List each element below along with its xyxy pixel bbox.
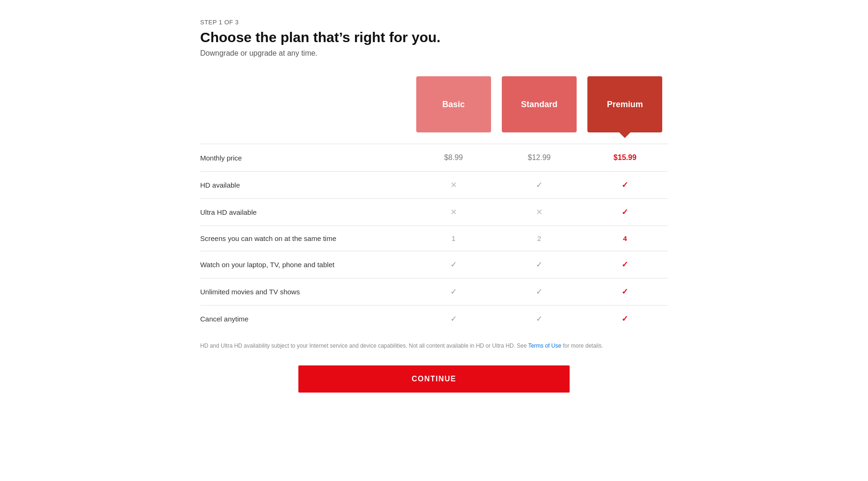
feature-row-4: Unlimited movies and TV shows✓✓✓ [200, 278, 668, 306]
feature-value-3-1: ✓ [496, 251, 582, 278]
feature-value-0-0: ✕ [411, 172, 496, 199]
check-icon: ✓ [622, 314, 628, 323]
feature-value-5-2: ✓ [582, 306, 668, 333]
feature-row-5: Cancel anytime✓✓✓ [200, 306, 668, 333]
feature-label-0: HD available [200, 172, 411, 199]
plan-col-premium[interactable]: Premium [582, 76, 668, 144]
feature-value-4-1: ✓ [496, 278, 582, 306]
price-row: Monthly price$8.99$12.99$15.99 [200, 144, 668, 172]
feature-label-2: Screens you can watch on at the same tim… [200, 226, 411, 251]
feature-row-2: Screens you can watch on at the same tim… [200, 226, 668, 251]
feature-value-4-2: ✓ [582, 278, 668, 306]
price-value-2: $15.99 [582, 144, 668, 172]
feature-value-1-1: ✕ [496, 199, 582, 226]
check-icon: ✓ [622, 260, 628, 269]
feature-value-5-0: ✓ [411, 306, 496, 333]
feature-value-2-1: 2 [496, 226, 582, 251]
terms-of-use-link[interactable]: Terms of Use [528, 343, 561, 349]
check-icon: ✓ [536, 260, 542, 269]
page-title: Choose the plan that’s right for you. [200, 29, 668, 45]
check-icon: ✓ [536, 287, 542, 296]
feature-value-2-0: 1 [411, 226, 496, 251]
plan-name-basic: Basic [442, 100, 465, 109]
check-icon: ✓ [450, 287, 457, 296]
feature-value-0-1: ✓ [496, 172, 582, 199]
feature-value-1-0: ✕ [411, 199, 496, 226]
feature-value-0-2: ✓ [582, 172, 668, 199]
cross-icon: ✕ [450, 181, 457, 189]
feature-value-1-2: ✓ [582, 199, 668, 226]
feature-value-2-2: 4 [582, 226, 668, 251]
plan-card-basic[interactable]: Basic [416, 76, 491, 132]
feature-row-1: Ultra HD available✕✕✓ [200, 199, 668, 226]
disclaimer: HD and Ultra HD availability subject to … [200, 342, 649, 350]
price-value-1: $12.99 [496, 144, 582, 172]
price-label: Monthly price [200, 144, 411, 172]
plan-table: Basic Standard Premium Monthly price$8.9… [200, 76, 668, 332]
cross-icon: ✕ [450, 208, 457, 217]
plan-card-standard[interactable]: Standard [502, 76, 577, 132]
check-icon: ✓ [536, 181, 542, 189]
feature-value-3-2: ✓ [582, 251, 668, 278]
plan-name-premium: Premium [607, 100, 643, 109]
feature-value-5-1: ✓ [496, 306, 582, 333]
disclaimer-text-after: for more details. [561, 343, 603, 349]
continue-button[interactable]: CONTINUE [298, 365, 570, 393]
plan-col-standard[interactable]: Standard [496, 76, 582, 144]
feature-label-1: Ultra HD available [200, 199, 411, 226]
check-icon: ✓ [622, 181, 628, 189]
price-value-0: $8.99 [411, 144, 496, 172]
cross-icon: ✕ [536, 208, 542, 217]
continue-button-wrapper: CONTINUE [200, 365, 668, 393]
check-icon: ✓ [536, 314, 542, 323]
page-subtitle: Downgrade or upgrade at any time. [200, 49, 668, 58]
plan-card-premium[interactable]: Premium [587, 76, 662, 132]
feature-label-3: Watch on your laptop, TV, phone and tabl… [200, 251, 411, 278]
plan-col-basic[interactable]: Basic [411, 76, 496, 144]
check-icon: ✓ [622, 287, 628, 296]
feature-label-5: Cancel anytime [200, 306, 411, 333]
feature-label-4: Unlimited movies and TV shows [200, 278, 411, 306]
check-icon: ✓ [622, 208, 628, 217]
feature-value-4-0: ✓ [411, 278, 496, 306]
feature-value-3-0: ✓ [411, 251, 496, 278]
feature-row-3: Watch on your laptop, TV, phone and tabl… [200, 251, 668, 278]
check-icon: ✓ [450, 314, 457, 323]
feature-row-0: HD available✕✓✓ [200, 172, 668, 199]
disclaimer-text-before: HD and Ultra HD availability subject to … [200, 343, 528, 349]
step-label: STEP 1 OF 3 [200, 19, 668, 26]
plan-name-standard: Standard [521, 100, 557, 109]
plan-header-row: Basic Standard Premium [200, 76, 668, 144]
page-container: STEP 1 OF 3 Choose the plan that’s right… [200, 19, 668, 393]
empty-header-cell [200, 76, 411, 144]
check-icon: ✓ [450, 260, 457, 269]
